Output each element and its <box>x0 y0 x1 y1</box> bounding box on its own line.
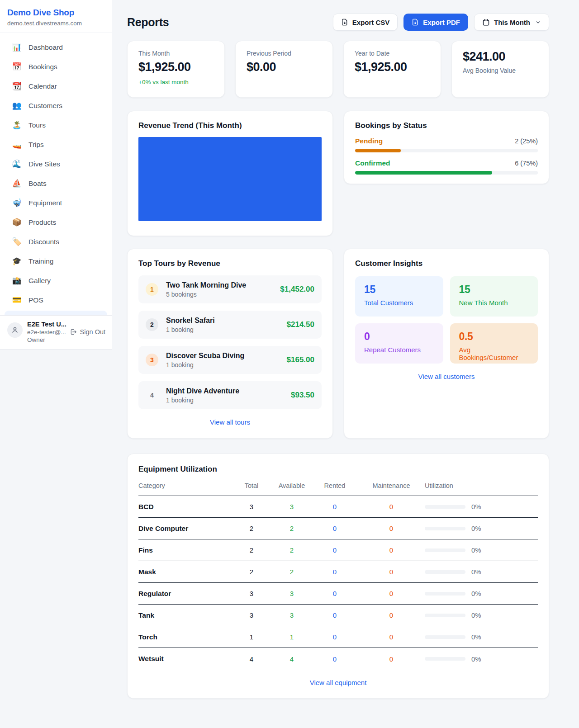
status-value-pending: 2 (25%) <box>515 137 538 145</box>
period-dropdown[interactable]: This Month <box>474 14 549 31</box>
utilization-bar <box>425 570 465 574</box>
person-icon <box>11 326 19 334</box>
customer-insights-card: Customer Insights 15 Total Customers 15 … <box>344 249 549 439</box>
wave-icon: 🌊 <box>12 159 22 169</box>
table-row: Regulator 3 3 0 0 0% <box>138 583 538 605</box>
sidebar-item-reports-active-partial[interactable] <box>5 311 107 315</box>
bookings-by-status-title: Bookings by Status <box>355 121 538 130</box>
tour-bookings: 1 booking <box>166 397 239 404</box>
stat-card-previous-period: Previous Period $0.00 <box>235 41 333 98</box>
revenue-trend-title: Revenue Trend (This Month) <box>138 121 322 130</box>
pending-progress-fill <box>355 149 401 152</box>
export-csv-button[interactable]: Export CSV <box>333 14 398 31</box>
sign-out-button[interactable]: Sign Out <box>70 328 105 336</box>
view-all-tours-link[interactable]: View all tours <box>138 418 322 426</box>
table-row: Fins 2 2 0 0 0% <box>138 539 538 561</box>
stat-card-avg-booking-value: $241.00 Avg Booking Value <box>451 41 549 98</box>
table-row: Torch 1 1 0 0 0% <box>138 626 538 648</box>
sidebar-item-calendar[interactable]: 📆 Calendar <box>0 76 112 96</box>
table-row: Mask 2 2 0 0 0% <box>138 561 538 583</box>
tour-bookings: 1 booking <box>166 361 244 369</box>
speedboat-icon: 🚤 <box>12 140 22 149</box>
island-icon: 🏝️ <box>12 120 22 130</box>
dashboard-icon: 📊 <box>12 43 22 52</box>
table-row: Dive Computer 2 2 0 0 0% <box>138 518 538 539</box>
top-tours-title: Top Tours by Revenue <box>138 259 322 268</box>
table-row: BCD 3 3 0 0 0% <box>138 496 538 518</box>
export-pdf-button[interactable]: Export PDF <box>403 14 468 31</box>
tour-name: Snorkel Safari <box>166 317 215 325</box>
sidebar-item-customers[interactable]: 👥 Customers <box>0 96 112 115</box>
user-email: e2e-tester@... <box>27 329 65 336</box>
sidebar-item-gallery[interactable]: 📸 Gallery <box>0 271 112 290</box>
sidebar-item-dive-sites[interactable]: 🌊 Dive Sites <box>0 154 112 174</box>
shop-domain: demo.test.divestreams.com <box>7 20 103 27</box>
revenue-trend-chart-bar <box>138 137 322 221</box>
camera-icon: 📸 <box>12 276 22 285</box>
bookings-by-status-card: Bookings by Status Pending 2 (25%) Confi… <box>344 111 549 184</box>
table-header: Category Total Available Rented Maintena… <box>138 482 538 496</box>
sidebar-item-pos[interactable]: 💳 POS <box>0 290 112 310</box>
utilization-bar <box>425 592 465 596</box>
graduation-cap-icon: 🎓 <box>12 256 22 266</box>
table-row: Wetsuit 4 4 0 0 0% <box>138 648 538 670</box>
sidebar-item-bookings[interactable]: 📅 Bookings <box>0 57 112 76</box>
chevron-down-icon <box>535 19 541 25</box>
calendar-icon: 📅 <box>12 62 22 71</box>
package-icon: 📦 <box>12 217 22 227</box>
sidebar-item-training[interactable]: 🎓 Training <box>0 251 112 271</box>
page-header: Reports Export CSV Export PDF <box>127 14 549 31</box>
stat-value: $241.00 <box>463 50 538 64</box>
shop-name: Demo Dive Shop <box>7 8 103 18</box>
top-tours-card: Top Tours by Revenue 1 Two Tank Morning … <box>127 249 333 439</box>
logout-icon <box>70 328 77 336</box>
tour-bookings: 5 bookings <box>166 291 246 298</box>
stat-value: $1,925.00 <box>138 60 214 74</box>
main-content: Reports Export CSV Export PDF <box>127 0 549 699</box>
sidebar-item-trips[interactable]: 🚤 Trips <box>0 135 112 154</box>
insight-tile-avg-bookings: 0.5 Avg Bookings/Customer <box>450 323 538 364</box>
sidebar-item-discounts[interactable]: 🏷️ Discounts <box>0 232 112 251</box>
stat-value: $1,925.00 <box>355 60 430 74</box>
sidebar-item-tours[interactable]: 🏝️ Tours <box>0 115 112 135</box>
progress-track <box>355 171 538 175</box>
user-footer: E2E Test U... e2e-tester@... Owner Sign … <box>0 315 112 349</box>
calendar-icon <box>482 19 490 26</box>
sidebar-item-products[interactable]: 📦 Products <box>0 213 112 232</box>
view-all-customers-link[interactable]: View all customers <box>355 373 538 380</box>
diving-mask-icon: 🤿 <box>12 198 22 208</box>
stat-value: $0.00 <box>247 60 322 74</box>
sidebar-item-dashboard[interactable]: 📊 Dashboard <box>0 38 112 57</box>
file-download-icon <box>341 19 348 26</box>
rank-badge: 4 <box>146 389 158 402</box>
tour-revenue: $93.50 <box>291 391 314 400</box>
rank-badge: 1 <box>146 283 158 296</box>
people-icon: 👥 <box>12 101 22 110</box>
tour-bookings: 1 booking <box>166 326 215 333</box>
revenue-trend-card: Revenue Trend (This Month) <box>127 111 333 236</box>
sidebar-item-boats[interactable]: ⛵ Boats <box>0 174 112 193</box>
insight-tile-repeat-customers: 0 Repeat Customers <box>355 323 443 364</box>
file-download-icon <box>412 19 419 26</box>
utilization-bar <box>425 635 465 639</box>
equipment-utilization-card: Equipment Utilization Category Total Ava… <box>127 454 549 699</box>
sailboat-icon: ⛵ <box>12 179 22 188</box>
tour-revenue: $165.00 <box>287 355 314 364</box>
sidebar-item-equipment[interactable]: 🤿 Equipment <box>0 193 112 213</box>
utilization-bar <box>425 657 465 661</box>
view-all-equipment-link[interactable]: View all equipment <box>138 679 538 686</box>
tour-revenue: $214.50 <box>287 320 314 329</box>
tour-name: Discover Scuba Diving <box>166 352 244 360</box>
equipment-table: Category Total Available Rented Maintena… <box>138 482 538 670</box>
tour-row: 1 Two Tank Morning Dive 5 bookings $1,45… <box>138 275 322 303</box>
user-role: Owner <box>27 336 65 343</box>
insight-tile-new-this-month: 15 New This Month <box>450 276 538 317</box>
stat-card-year-to-date: Year to Date $1,925.00 <box>343 41 441 98</box>
utilization-bar <box>425 505 465 509</box>
brand-header: Demo Dive Shop demo.test.divestreams.com <box>0 0 112 33</box>
status-value-confirmed: 6 (75%) <box>515 160 538 167</box>
tag-icon: 🏷️ <box>12 237 22 246</box>
sidebar: Demo Dive Shop demo.test.divestreams.com… <box>0 0 112 350</box>
confirmed-progress-fill <box>355 171 492 175</box>
page-title: Reports <box>127 16 169 29</box>
